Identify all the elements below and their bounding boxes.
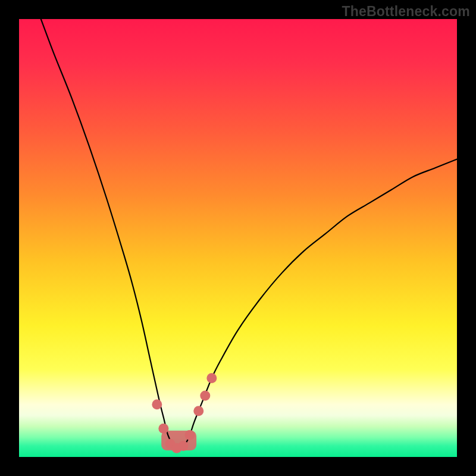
curve-marker <box>206 373 217 383</box>
outer-frame: TheBottleneck.com <box>0 0 476 476</box>
curve-marker <box>193 406 203 416</box>
curve-layer <box>19 19 457 457</box>
plot-area <box>19 19 457 457</box>
curve-marker <box>200 390 210 400</box>
watermark-label: TheBottleneck.com <box>342 4 470 20</box>
curve-marker <box>152 399 162 409</box>
curve-marker <box>185 430 195 440</box>
curve-marker <box>178 441 189 451</box>
bottleneck-curve <box>41 19 457 449</box>
curve-marker <box>158 424 168 434</box>
